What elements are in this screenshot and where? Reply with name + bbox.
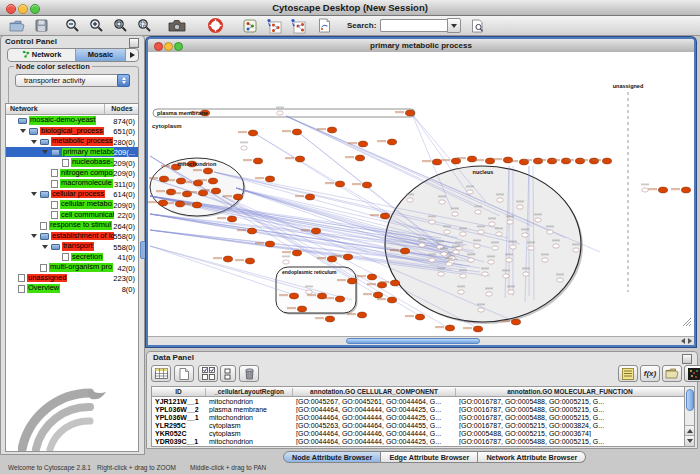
tree-row[interactable]: cellular process614(0) (6, 189, 138, 200)
node[interactable] (223, 256, 232, 262)
tree-row[interactable]: Overview8(0) (6, 283, 138, 294)
node[interactable] (387, 139, 396, 145)
node[interactable] (510, 245, 517, 249)
node[interactable] (305, 194, 314, 200)
node[interactable] (474, 244, 481, 248)
table-cell[interactable]: [GO:0044464, GO:0044444, GO:0044425, G..… (293, 438, 456, 445)
table-cell[interactable]: [GO:0016787, GO:0005488, GO:0005215, G..… (456, 406, 685, 413)
node[interactable] (473, 326, 482, 332)
disclosure-icon[interactable] (31, 192, 37, 196)
network-edit-icon[interactable] (263, 17, 285, 34)
node[interactable] (373, 292, 382, 298)
node[interactable] (439, 200, 446, 204)
node[interactable] (208, 178, 217, 184)
node[interactable] (542, 258, 549, 262)
node[interactable] (265, 241, 274, 247)
node[interactable] (358, 141, 367, 147)
node[interactable] (523, 272, 530, 276)
save-icon[interactable] (30, 17, 52, 34)
node[interactable] (458, 290, 465, 294)
node[interactable] (478, 308, 485, 312)
annotation-icon[interactable] (313, 17, 335, 34)
table-cell[interactable]: mitochondrion (206, 438, 293, 445)
node[interactable] (681, 187, 690, 193)
table-row[interactable]: YKR052Ccytoplasm[GO:0044464, GO:0044446,… (152, 430, 685, 438)
node[interactable] (292, 250, 301, 256)
disclosure-icon[interactable] (31, 140, 37, 144)
table-cell[interactable]: cytoplasm (206, 430, 293, 437)
disclosure-icon[interactable] (42, 150, 48, 154)
network-window-titlebar[interactable]: primary metabolic process (148, 39, 694, 53)
node[interactable] (553, 244, 560, 248)
zoom-in-icon[interactable] (85, 17, 107, 34)
node[interactable] (444, 230, 451, 234)
delete-attribute-icon[interactable] (239, 365, 259, 382)
network-merge-icon[interactable] (287, 17, 309, 34)
node[interactable] (468, 258, 475, 262)
table-cell[interactable]: plasma membrane (206, 406, 293, 413)
table-cell[interactable]: YJR121W__1 (152, 398, 206, 405)
tab-edge-attribute-browser[interactable]: Edge Attribute Browser (381, 451, 478, 463)
node[interactable] (415, 314, 424, 320)
node[interactable] (400, 248, 409, 254)
node[interactable] (192, 202, 201, 208)
node[interactable] (419, 243, 426, 247)
zoom-out-icon[interactable] (61, 17, 83, 34)
table-cell[interactable]: [GO:0016787, GO:0005488, GO:0005215, G..… (456, 414, 685, 421)
node[interactable] (253, 158, 262, 164)
node[interactable] (445, 325, 454, 331)
node[interactable] (327, 127, 336, 133)
node[interactable] (460, 232, 467, 236)
float-panel-icon[interactable] (129, 38, 139, 48)
node[interactable] (489, 222, 496, 226)
tree-header[interactable]: Network Nodes (6, 104, 138, 115)
node[interactable] (248, 130, 257, 136)
disclosure-icon[interactable] (31, 234, 37, 238)
tree-row[interactable]: metabolic process280(0) (6, 136, 138, 147)
node[interactable] (506, 258, 513, 262)
node[interactable] (496, 232, 503, 236)
node-color-dropdown[interactable]: transporter activity (15, 74, 130, 87)
tab-node-attribute-browser[interactable]: Node Attribute Browser (283, 451, 381, 463)
disclosure-icon[interactable] (42, 245, 48, 249)
float-panel-icon[interactable] (682, 354, 692, 364)
snapshot-icon[interactable] (166, 17, 188, 34)
tree-row[interactable]: establishment of lo558(0) (6, 231, 138, 242)
table-cell[interactable]: [GO:0044464, GO:0044446, GO:0044444, G..… (293, 430, 456, 437)
table-cell[interactable]: [GO:0016787, GO:0005488, GO:0005215, G..… (456, 398, 685, 405)
more-tabs-icon[interactable] (126, 49, 138, 61)
node[interactable] (283, 260, 290, 264)
tree-row[interactable]: primary metabo209(... (6, 147, 138, 158)
tree-row[interactable]: nucleobase-209(0) (6, 157, 138, 168)
node[interactable] (486, 292, 493, 296)
open-attributes-icon[interactable] (662, 365, 682, 382)
table-row[interactable]: YJR121W__1mitochondrion[GO:0045267, GO:0… (152, 397, 685, 405)
table-cell[interactable]: YLR295C (152, 422, 206, 429)
node[interactable] (203, 168, 212, 174)
node[interactable] (297, 306, 306, 312)
tab-network[interactable]: Network (8, 49, 76, 61)
tree-row[interactable]: cell communicat22(0) (6, 210, 138, 221)
tree-row[interactable]: secretion41(0) (6, 252, 138, 263)
select-attributes-icon[interactable] (198, 365, 218, 382)
node[interactable] (503, 274, 510, 278)
table-cell[interactable]: [GO:0016787, GO:0005488, GO:0005215, G..… (456, 438, 685, 445)
node[interactable] (407, 198, 414, 202)
node[interactable] (475, 210, 482, 214)
node[interactable] (482, 272, 489, 276)
node[interactable] (233, 194, 242, 200)
tree-row[interactable]: mosaic-demo-yeast874(0) (6, 115, 138, 126)
node[interactable] (557, 278, 564, 282)
node[interactable] (508, 290, 515, 294)
table-cell[interactable]: mitochondrion (206, 398, 293, 405)
node[interactable] (602, 158, 611, 164)
table-icon[interactable] (151, 365, 171, 382)
tree-row[interactable]: transport558(0) (6, 241, 138, 252)
node[interactable] (429, 220, 436, 224)
node[interactable] (405, 110, 414, 116)
table-row[interactable]: YLR295Ccytoplasm[GO:0045263, GO:0044464,… (152, 422, 685, 430)
scroll-left-icon[interactable] (681, 338, 685, 344)
node[interactable] (492, 246, 499, 250)
table-cell[interactable]: YPL036W__2 (152, 406, 206, 413)
node[interactable] (517, 205, 524, 209)
